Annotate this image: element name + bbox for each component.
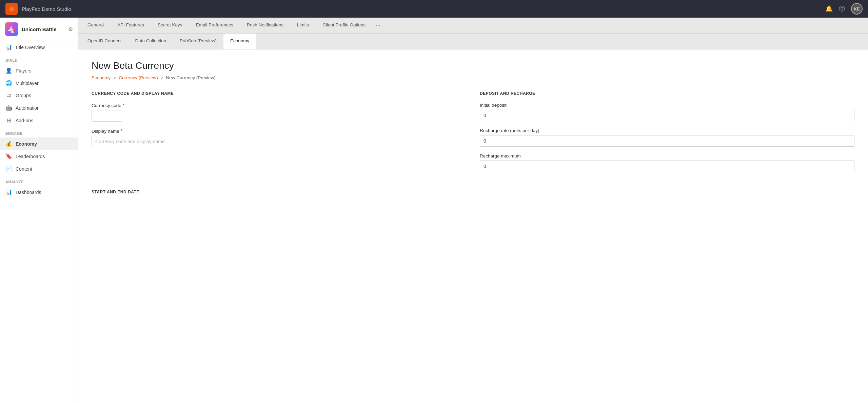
display-name-required: * <box>121 128 122 134</box>
tab-economy[interactable]: Economy <box>223 34 256 49</box>
currency-code-section: CURRENCY CODE AND DISPLAY NAME Currency … <box>92 91 466 179</box>
sidebar-item-groups-label: Groups <box>16 93 31 98</box>
groups-icon: 🗂 <box>5 92 12 99</box>
display-name-input[interactable] <box>92 136 466 147</box>
recharge-rate-label: Recharge rate (units per day) <box>480 128 854 133</box>
initial-deposit-label: Initial deposit <box>480 103 854 108</box>
tab-email-preferences[interactable]: Email Preferences <box>189 18 240 33</box>
recharge-rate-field: Recharge rate (units per day) <box>480 128 854 147</box>
tab-api-features[interactable]: API Features <box>111 18 151 33</box>
players-icon: 👤 <box>5 67 12 74</box>
start-end-title: START AND END DATE <box>92 190 854 194</box>
tab-secret-keys[interactable]: Secret Keys <box>151 18 189 33</box>
leaderboards-icon: 🔖 <box>5 153 12 160</box>
initial-deposit-input[interactable] <box>480 110 854 121</box>
sidebar-item-add-ons[interactable]: ⊞ Add-ons <box>0 114 78 127</box>
breadcrumb-current: New Currency (Preview) <box>166 75 216 80</box>
sidebar-item-add-ons-label: Add-ons <box>16 118 33 123</box>
sidebar-item-economy[interactable]: 💰 Economy <box>0 137 78 150</box>
tab-openid-connect[interactable]: OpenID Connect <box>81 34 129 49</box>
breadcrumb-sep-1: > <box>113 75 116 80</box>
tab-general[interactable]: General <box>81 18 111 33</box>
bar-chart-icon: 📊 <box>5 44 12 50</box>
page-title: New Beta Currency <box>92 60 854 71</box>
recharge-max-field: Recharge maximum <box>480 153 854 172</box>
app-title: PlayFab Demo Studio <box>22 6 821 12</box>
tab-client-profile-options[interactable]: Client Profile Options <box>316 18 372 33</box>
notification-icon[interactable]: 🔔 <box>825 5 833 13</box>
analyze-section-label: ANALYZE <box>0 175 78 186</box>
currency-code-field: Currency code * <box>92 103 466 122</box>
form-grid: CURRENCY CODE AND DISPLAY NAME Currency … <box>92 91 854 179</box>
app-logo <box>5 3 18 15</box>
tab-row-1: General API Features Secret Keys Email P… <box>78 18 868 34</box>
sidebar-item-content[interactable]: 📄 Content <box>0 163 78 175</box>
display-name-label: Display name * <box>92 128 466 134</box>
content-icon: 📄 <box>5 166 12 172</box>
display-name-field: Display name * <box>92 128 466 147</box>
top-bar-actions: 🔔 ⓪ KE <box>825 3 863 15</box>
sidebar-item-dashboards[interactable]: 📊 Dashboards <box>0 186 78 198</box>
recharge-max-input[interactable] <box>480 161 854 172</box>
breadcrumb: Economy > Currency (Preview) > New Curre… <box>92 75 854 80</box>
sidebar-item-leaderboards[interactable]: 🔖 Leaderboards <box>0 150 78 163</box>
content-area: New Beta Currency Economy > Currency (Pr… <box>78 49 868 403</box>
deposit-section-title: DEPOSIT AND RECHARGE <box>480 91 854 96</box>
sidebar: 🦄 Unicorn Battle ⚙ 📊 Title Overview BUIL… <box>0 18 78 403</box>
main-layout: 🦄 Unicorn Battle ⚙ 📊 Title Overview BUIL… <box>0 18 868 403</box>
sidebar-item-multiplayer-label: Multiplayer <box>16 81 39 86</box>
breadcrumb-sep-2: > <box>161 75 163 80</box>
currency-section-title: CURRENCY CODE AND DISPLAY NAME <box>92 91 466 96</box>
build-section-label: BUILD <box>0 54 78 64</box>
tab-bar: General API Features Secret Keys Email P… <box>78 18 868 49</box>
sidebar-item-leaderboards-label: Leaderboards <box>16 154 45 159</box>
tab-push-notifications[interactable]: Push Notifications <box>240 18 290 33</box>
sidebar-item-content-label: Content <box>16 166 32 172</box>
sidebar-item-automation[interactable]: 🤖 Automation <box>0 102 78 114</box>
recharge-max-label: Recharge maximum <box>480 153 854 158</box>
user-avatar[interactable]: KE <box>851 3 863 15</box>
start-end-section: START AND END DATE <box>92 190 854 194</box>
sidebar-item-dashboards-label: Dashboards <box>16 190 41 195</box>
main-area: General API Features Secret Keys Email P… <box>78 18 868 403</box>
more-tabs-button[interactable]: ··· <box>372 18 383 33</box>
game-icon: 🦄 <box>5 22 18 36</box>
sidebar-item-automation-label: Automation <box>16 105 40 111</box>
recharge-rate-input[interactable] <box>480 135 854 147</box>
engage-section-label: ENGAGE <box>0 127 78 137</box>
sidebar-item-title-overview[interactable]: 📊 Title Overview <box>0 41 78 54</box>
sidebar-item-players[interactable]: 👤 Players <box>0 64 78 77</box>
currency-code-input[interactable] <box>92 110 122 122</box>
currency-code-label: Currency code * <box>92 103 466 108</box>
currency-code-required: * <box>123 103 124 108</box>
game-title: Unicorn Battle <box>22 26 57 32</box>
multiplayer-icon: 🌐 <box>5 80 12 86</box>
tab-pubsub-preview[interactable]: PubSub (Preview) <box>173 34 223 49</box>
sidebar-item-economy-label: Economy <box>16 141 37 147</box>
economy-icon: 💰 <box>5 141 12 147</box>
add-ons-icon: ⊞ <box>5 117 12 124</box>
sidebar-header: 🦄 Unicorn Battle ⚙ <box>0 18 78 41</box>
breadcrumb-currency-preview[interactable]: Currency (Preview) <box>119 75 158 80</box>
dashboards-icon: 📊 <box>5 189 12 195</box>
tab-data-collection[interactable]: Data Collection <box>129 34 173 49</box>
initial-deposit-field: Initial deposit <box>480 103 854 121</box>
top-bar: PlayFab Demo Studio 🔔 ⓪ KE <box>0 0 868 18</box>
sidebar-item-groups[interactable]: 🗂 Groups <box>0 89 78 102</box>
deposit-recharge-section: DEPOSIT AND RECHARGE Initial deposit Rec… <box>480 91 854 179</box>
content-inner: New Beta Currency Economy > Currency (Pr… <box>78 49 868 403</box>
sidebar-item-players-label: Players <box>16 68 32 73</box>
tab-row-2: OpenID Connect Data Collection PubSub (P… <box>78 34 868 49</box>
breadcrumb-economy[interactable]: Economy <box>92 75 111 80</box>
automation-icon: 🤖 <box>5 105 12 111</box>
settings-icon[interactable]: ⚙ <box>68 26 73 33</box>
sidebar-item-multiplayer[interactable]: 🌐 Multiplayer <box>0 77 78 89</box>
title-overview-label: Title Overview <box>15 45 45 50</box>
help-icon[interactable]: ⓪ <box>839 5 845 13</box>
tab-limits[interactable]: Limits <box>290 18 316 33</box>
